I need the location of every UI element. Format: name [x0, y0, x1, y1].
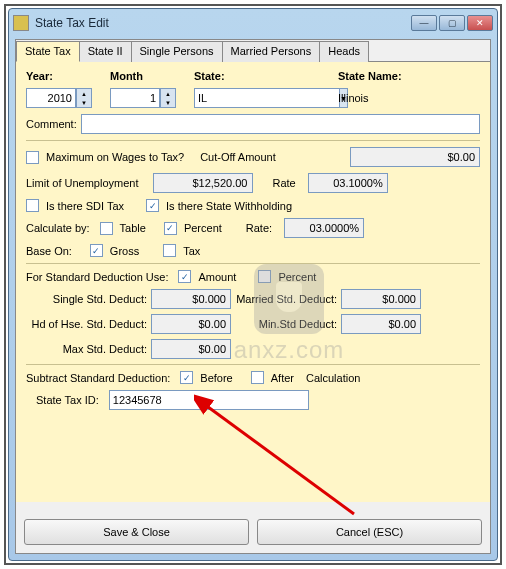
separator-3	[26, 364, 480, 365]
state-input[interactable]	[194, 88, 340, 108]
tab-strip: State Tax State II Single Persons Marrie…	[16, 40, 490, 62]
button-bar: Save & Close Cancel (ESC)	[24, 519, 482, 545]
state-combo[interactable]: ▼	[194, 88, 324, 108]
calcby-label: Calculate by:	[26, 222, 90, 234]
table-label: Table	[120, 222, 146, 234]
before-checkbox[interactable]: ✓	[180, 371, 193, 384]
taxid-label: State Tax ID:	[36, 394, 99, 406]
single-label: Single Std. Deduct:	[26, 293, 151, 305]
min-input[interactable]	[341, 314, 421, 334]
hd-label: Hd of Hse. Std. Deduct:	[26, 318, 151, 330]
window-title: State Tax Edit	[35, 16, 411, 30]
taxid-input[interactable]	[109, 390, 309, 410]
maxwages-checkbox[interactable]	[26, 151, 39, 164]
tab-state-ii[interactable]: State II	[79, 41, 132, 62]
percent-checkbox[interactable]: ✓	[164, 222, 177, 235]
gross-checkbox[interactable]: ✓	[90, 244, 103, 257]
tax-checkbox[interactable]	[163, 244, 176, 257]
tax-label: Tax	[183, 245, 200, 257]
table-checkbox[interactable]	[100, 222, 113, 235]
month-spinner[interactable]: ▲▼	[110, 88, 190, 108]
maxwages-label: Maximum on Wages to Tax?	[46, 151, 184, 163]
hd-input[interactable]	[151, 314, 231, 334]
calculation-label: Calculation	[306, 372, 360, 384]
rate1-input[interactable]	[308, 173, 388, 193]
year-input[interactable]	[26, 88, 76, 108]
window-controls: — ▢ ✕	[411, 15, 493, 31]
married-label: Married Std. Deduct:	[231, 293, 341, 305]
titlebar: State Tax Edit — ▢ ✕	[9, 9, 497, 37]
year-label: Year:	[26, 70, 53, 82]
maximize-button[interactable]: ▢	[439, 15, 465, 31]
max-label: Max Std. Deduct:	[26, 343, 151, 355]
after-label: After	[271, 372, 294, 384]
rate2-label: Rate:	[246, 222, 272, 234]
after-checkbox[interactable]	[251, 371, 264, 384]
save-button[interactable]: Save & Close	[24, 519, 249, 545]
year-spinner[interactable]: ▲▼	[26, 88, 106, 108]
single-input[interactable]	[151, 289, 231, 309]
client-area: State Tax State II Single Persons Marrie…	[15, 39, 491, 554]
tab-state-tax[interactable]: State Tax	[16, 41, 80, 62]
cutoff-label: Cut-Off Amount	[200, 151, 276, 163]
cancel-button[interactable]: Cancel (ESC)	[257, 519, 482, 545]
comment-label: Comment:	[26, 118, 77, 130]
month-up-icon[interactable]: ▲	[161, 89, 175, 98]
month-input[interactable]	[110, 88, 160, 108]
amount-label: Amount	[198, 271, 236, 283]
app-icon	[13, 15, 29, 31]
year-down-icon[interactable]: ▼	[77, 98, 91, 107]
gross-label: Gross	[110, 245, 139, 257]
rate1-label: Rate	[273, 177, 296, 189]
max-input[interactable]	[151, 339, 231, 359]
save-button-label: Save & Close	[103, 526, 170, 538]
tab-married-persons[interactable]: Married Persons	[222, 41, 321, 62]
tab-heads[interactable]: Heads	[319, 41, 369, 62]
cancel-button-label: Cancel (ESC)	[336, 526, 403, 538]
stddeduct-label: For Standard Deduction Use:	[26, 271, 168, 283]
year-up-icon[interactable]: ▲	[77, 89, 91, 98]
before-label: Before	[200, 372, 232, 384]
subtract-label: Subtract Standard Deduction:	[26, 372, 170, 384]
close-button[interactable]: ✕	[467, 15, 493, 31]
month-down-icon[interactable]: ▼	[161, 98, 175, 107]
separator-2	[26, 263, 480, 264]
minimize-button[interactable]: —	[411, 15, 437, 31]
percent2-checkbox[interactable]	[258, 270, 271, 283]
withholding-checkbox[interactable]: ✓	[146, 199, 159, 212]
separator	[26, 140, 480, 141]
limitunemp-input[interactable]	[153, 173, 253, 193]
sdi-label: Is there SDI Tax	[46, 200, 124, 212]
cutoff-input[interactable]	[350, 147, 480, 167]
statename-label: State Name:	[338, 70, 402, 82]
baseon-label: Base On:	[26, 245, 72, 257]
statename-value: Illinois	[338, 92, 369, 104]
month-label: Month	[110, 70, 143, 82]
window: State Tax Edit — ▢ ✕ State Tax State II …	[8, 8, 498, 561]
panel-state-tax: Year: Month State: State Name: ▲▼ ▲▼	[16, 62, 490, 502]
comment-input[interactable]	[81, 114, 480, 134]
limitunemp-label: Limit of Unemployment	[26, 177, 139, 189]
min-label: Min.Std Deduct:	[231, 318, 341, 330]
percent2-label: Percent	[278, 271, 316, 283]
tab-single-persons[interactable]: Single Persons	[131, 41, 223, 62]
married-input[interactable]	[341, 289, 421, 309]
state-label: State:	[194, 70, 225, 82]
rate2-input[interactable]	[284, 218, 364, 238]
sdi-checkbox[interactable]	[26, 199, 39, 212]
withholding-label: Is there State Withholding	[166, 200, 292, 212]
amount-checkbox[interactable]: ✓	[178, 270, 191, 283]
percent-label: Percent	[184, 222, 222, 234]
